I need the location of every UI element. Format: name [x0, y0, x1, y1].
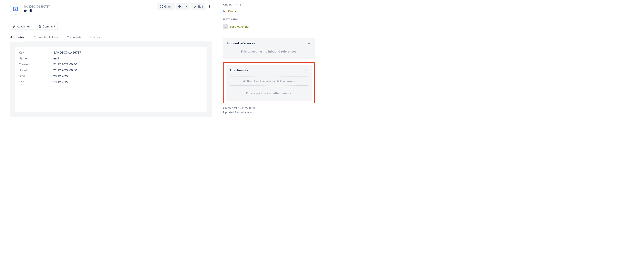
cube-icon: [13, 6, 18, 12]
svg-line-9: [160, 7, 161, 7]
tab-comments[interactable]: Comments: [66, 34, 82, 41]
object-type-block: OBJECT TYPE Dings: [223, 3, 315, 13]
object-avatar: [10, 3, 21, 15]
kebab-icon: [208, 5, 211, 8]
svg-point-11: [209, 5, 210, 6]
attr-value: 21.12.2022 00:30: [53, 63, 77, 66]
tab-attributes[interactable]: Attributes: [10, 34, 25, 41]
svg-point-6: [162, 7, 163, 8]
breadcrumb[interactable]: SANDBOX-1496737: [24, 5, 50, 8]
svg-rect-15: [224, 11, 225, 12]
attachments-toggle[interactable]: Attachments: [230, 68, 308, 72]
svg-line-8: [162, 6, 162, 6]
tab-connected-tickets[interactable]: Connected tickets: [33, 34, 58, 41]
comment-button[interactable]: Comment: [36, 23, 58, 30]
object-type-link[interactable]: Dings: [228, 9, 236, 13]
cube-small-icon: [223, 10, 226, 13]
svg-line-7: [160, 6, 161, 6]
header-row: SANDBOX-1496737 asdf Graph: [10, 3, 212, 15]
attr-row: Name asdf: [19, 55, 203, 61]
svg-point-3: [160, 5, 160, 6]
attr-row: End 19.12.2022: [19, 79, 203, 85]
pencil-icon: [194, 5, 197, 8]
attachment-icon: [12, 25, 16, 28]
attr-label: Start: [19, 74, 53, 78]
graph-button[interactable]: Graph: [157, 3, 174, 10]
updated-meta: Updated 2 months ago: [223, 110, 315, 115]
svg-line-10: [162, 7, 162, 7]
attr-row: Start 20.12.2022: [19, 73, 203, 79]
header-actions: Graph Edit: [157, 3, 212, 10]
print-button[interactable]: [176, 3, 183, 10]
svg-point-13: [209, 7, 210, 8]
attr-row: Updated 21.12.2022 00:30: [19, 67, 203, 73]
watchers-block: WATCHERS 0 Start watching: [223, 18, 315, 29]
print-icon: [178, 5, 181, 8]
page-title: asdf: [24, 9, 50, 13]
title-block: SANDBOX-1496737 asdf: [10, 3, 50, 15]
inbound-empty-message: This object has no inbound references.: [227, 50, 311, 53]
inbound-references-toggle[interactable]: Inbound references: [227, 41, 311, 45]
side-heading: WATCHERS: [223, 18, 315, 21]
attr-row: Created 21.12.2022 00:30: [19, 61, 203, 67]
attr-value: 20.12.2022: [53, 74, 68, 78]
subactions-row: Attachment Comment: [10, 23, 212, 30]
attr-label: Key: [19, 51, 53, 54]
attr-value: 21.12.2022 00:30: [53, 68, 77, 72]
attr-label: End: [19, 80, 53, 84]
chevron-down-icon: [184, 5, 188, 8]
attr-value: asdf: [53, 57, 59, 60]
svg-point-4: [162, 5, 163, 6]
attr-label: Name: [19, 57, 53, 60]
comment-edit-icon: [38, 25, 42, 28]
chevron-up-icon: [304, 68, 308, 72]
attachment-button[interactable]: Attachment: [10, 23, 34, 30]
tab-history[interactable]: History: [90, 34, 100, 41]
divider: [223, 34, 315, 34]
side-heading: OBJECT TYPE: [223, 3, 315, 6]
created-meta: Created 21.12.2022 00:30: [223, 106, 315, 110]
more-actions-button[interactable]: [207, 3, 212, 10]
svg-point-12: [209, 6, 210, 7]
start-watching-link[interactable]: Start watching: [229, 25, 248, 28]
attr-row: Key SANDBOX-1496737: [19, 50, 203, 55]
inbound-references-panel: Inbound references This object has no in…: [223, 38, 315, 59]
attr-label: Created: [19, 63, 53, 66]
attr-value: 19.12.2022: [53, 80, 68, 84]
attachment-icon: [243, 80, 246, 83]
graph-icon: [160, 5, 163, 8]
chevron-up-icon: [307, 41, 311, 45]
svg-rect-1: [15, 9, 16, 10]
attachments-panel: Attachments Drop files to attach, or cli…: [226, 65, 312, 101]
print-dropdown[interactable]: [183, 3, 190, 10]
watchers-count: 0: [223, 24, 228, 29]
svg-point-2: [161, 6, 162, 7]
attachments-highlight: Attachments Drop files to attach, or cli…: [223, 62, 315, 103]
attributes-card: Key SANDBOX-1496737 Name asdf Created 21…: [15, 47, 206, 112]
attr-label: Updated: [19, 68, 53, 72]
attachment-dropzone[interactable]: Drop files to attach, or click to browse: [230, 77, 308, 86]
attachments-empty-message: This object has no attachments.: [230, 91, 308, 95]
tabs: Attributes Connected tickets Comments Hi…: [10, 33, 212, 41]
attr-value: SANDBOX-1496737: [53, 51, 81, 54]
edit-button[interactable]: Edit: [191, 3, 205, 10]
attributes-panel: Key SANDBOX-1496737 Name asdf Created 21…: [10, 41, 212, 117]
svg-point-5: [160, 7, 160, 8]
